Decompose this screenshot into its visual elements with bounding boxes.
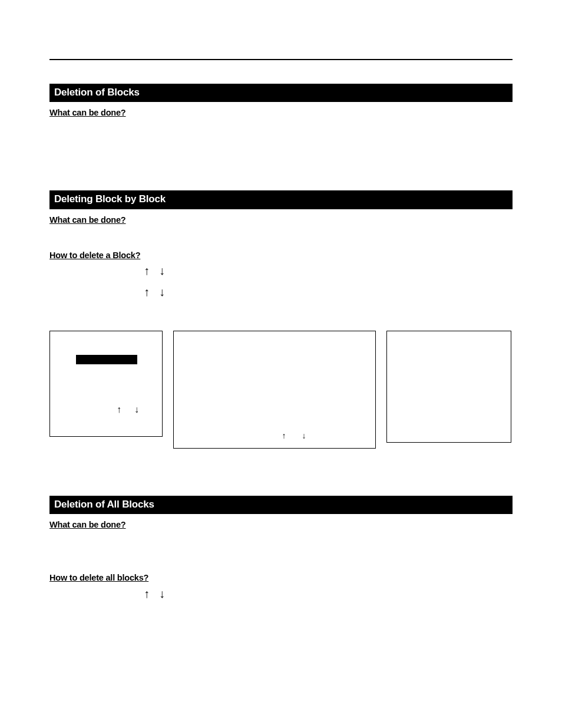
arrow-row-1 xyxy=(143,262,513,280)
arrow-down-icon xyxy=(158,588,166,600)
arrow-up-icon xyxy=(115,404,123,415)
arrow-up-icon xyxy=(143,588,151,600)
arrow-down-icon xyxy=(133,404,141,415)
subheading-what-can-be-done-2: What can be done? xyxy=(49,215,513,225)
arrow-up-icon xyxy=(280,430,288,441)
arrow-down-icon xyxy=(300,430,308,441)
spacer xyxy=(49,532,513,567)
figure-1-arrows xyxy=(115,404,141,415)
arrow-row-2 xyxy=(143,284,513,301)
figure-1-bar xyxy=(76,355,137,364)
spacer xyxy=(49,120,513,190)
rule xyxy=(49,59,513,60)
arrow-up-icon xyxy=(143,286,151,298)
subheading-what-can-be-done-1: What can be done? xyxy=(49,108,513,117)
arrow-up-icon xyxy=(143,265,151,277)
arrow-row-3 xyxy=(143,585,513,602)
spacer xyxy=(49,227,513,245)
subheading-how-to-delete-a-block: How to delete a Block? xyxy=(49,251,513,260)
figure-2 xyxy=(173,331,376,449)
section-heading-deletion-of-all-blocks: Deletion of All Blocks xyxy=(49,496,513,514)
figure-3 xyxy=(386,331,511,443)
subheading-how-to-delete-all-blocks: How to delete all blocks? xyxy=(49,573,513,582)
section-heading-deletion-of-blocks: Deletion of Blocks xyxy=(49,84,513,102)
figure-2-arrows xyxy=(280,430,308,441)
figure-row xyxy=(49,331,513,449)
section-heading-deleting-block-by-block: Deleting Block by Block xyxy=(49,190,513,209)
document-page: Deletion of Blocks What can be done? Del… xyxy=(49,59,513,602)
arrow-down-icon xyxy=(158,286,166,298)
figure-1 xyxy=(49,331,163,437)
section-3-wrap: Deletion of All Blocks What can be done?… xyxy=(49,496,513,602)
subheading-what-can-be-done-3: What can be done? xyxy=(49,520,513,529)
arrow-down-icon xyxy=(158,265,166,277)
